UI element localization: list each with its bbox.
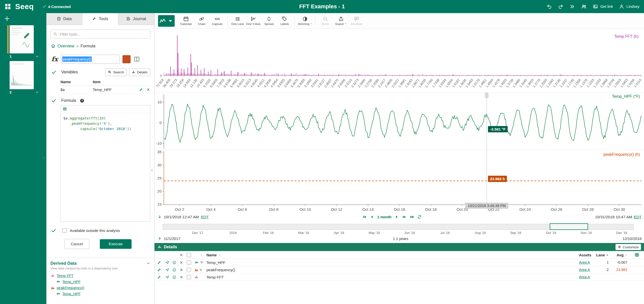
tab-tools[interactable]: Tools [82, 13, 118, 25]
get-link-button[interactable]: Get link [593, 4, 613, 9]
edit-item-icon[interactable] [157, 275, 161, 279]
derived-item-label[interactable]: Temp FFT [57, 274, 73, 278]
sort-icon[interactable] [218, 254, 221, 256]
worksheet-thumbnail-2[interactable] [10, 61, 34, 89]
step-forward-icon[interactable] [395, 215, 399, 219]
toolbar-button-labels[interactable]: Labels [277, 16, 292, 25]
remove-item-icon[interactable] [179, 275, 183, 279]
asset-link[interactable]: Area A [579, 275, 590, 279]
timeline-scrubber[interactable] [163, 224, 634, 230]
view-mode-button[interactable] [158, 15, 175, 27]
range-end[interactable]: 10/31/2018 10:47 AM EDT [595, 215, 641, 219]
connection-status[interactable]: 4 Connected [42, 4, 71, 9]
col-header-name[interactable]: Name [206, 253, 217, 257]
available-checkbox[interactable] [63, 228, 67, 233]
derived-item-label[interactable]: peakFrequency() [57, 286, 84, 290]
worksheet-thumbnail-1[interactable] [10, 25, 34, 53]
refresh-icon[interactable] [417, 215, 422, 219]
execute-button[interactable]: Execute [100, 239, 132, 249]
timeline-start[interactable]: 11/1/2017 [158, 236, 180, 241]
help-icon[interactable]: ? [80, 98, 84, 103]
row-checkbox[interactable] [187, 275, 191, 279]
filter-tools-input[interactable] [59, 32, 147, 37]
derived-data-item[interactable]: Temp_HPF [50, 291, 150, 297]
edit-item-icon[interactable] [157, 268, 161, 272]
edit-item-icon[interactable] [157, 261, 161, 264]
timeline-selection[interactable] [550, 223, 588, 230]
undo-icon[interactable] [546, 4, 552, 9]
asset-link[interactable]: Area A [579, 268, 590, 272]
toolbar-button-dimming[interactable]: Dimming [297, 16, 313, 25]
new-worksheet-button[interactable] [4, 16, 10, 22]
item-name[interactable]: peakFrequency() [206, 268, 235, 272]
toolbar-button-calendar[interactable]: Calendar [178, 16, 194, 25]
step-to-end-icon[interactable] [410, 215, 414, 219]
info-icon[interactable] [172, 275, 176, 279]
sort-icon[interactable] [625, 254, 627, 256]
info-icon[interactable] [172, 261, 176, 264]
step-back-more-icon[interactable] [362, 215, 366, 219]
worksheet-menu-chevron-icon[interactable] [35, 55, 39, 58]
trend-chart[interactable]: 072.81836.40924.27318.20414.56412.13610.… [155, 29, 644, 214]
range-start-tz[interactable]: EDT [201, 215, 209, 219]
cancel-button[interactable]: Cancel [65, 239, 89, 249]
variable-details-button[interactable]: Details [129, 68, 150, 76]
col-header-lane[interactable]: Lane [596, 253, 605, 257]
row-checkbox[interactable] [187, 260, 191, 265]
add-columns-table-icon[interactable] [635, 253, 639, 257]
item-name[interactable]: Temp FFT [206, 275, 224, 279]
apps-grid-icon[interactable] [5, 3, 11, 10]
formula-color-swatch[interactable] [122, 55, 131, 63]
remove-item-icon[interactable] [179, 261, 183, 264]
series-label-1[interactable]: Temp_HPF (°F) [612, 94, 640, 99]
range-end-tz[interactable]: EDT [634, 215, 641, 219]
breadcrumb-overview-link[interactable]: Overview [57, 44, 74, 48]
range-start[interactable]: 10/1/2018 12:47 AM EDT [158, 215, 209, 220]
series-label-0[interactable]: Temp FFT (h) [614, 34, 638, 39]
range-step-label[interactable]: 1 month [377, 215, 391, 219]
series-label-2[interactable]: peakFrequency() (h) [603, 152, 640, 157]
step-forward-more-icon[interactable] [402, 215, 407, 219]
remove-variable-icon[interactable] [146, 88, 150, 92]
home-icon[interactable] [51, 44, 55, 49]
send-item-icon[interactable] [165, 261, 169, 264]
customize-button[interactable]: Customize [616, 244, 641, 250]
info-icon[interactable] [172, 268, 176, 272]
table-row[interactable]: °FTemp_HPFArea A1-0.007 [155, 259, 644, 266]
toolbar-button-one-y-axis[interactable]: One Y-Axis [246, 16, 261, 25]
tab-journal[interactable]: Journal [118, 13, 154, 25]
collapse-chevron-icon[interactable] [146, 261, 150, 265]
collapse-tools-panel-handle[interactable] [150, 167, 154, 173]
toolbar-button-capsule[interactable]: Capsule [209, 16, 225, 25]
collaborators-icon[interactable] [581, 4, 587, 9]
send-item-icon[interactable] [165, 275, 169, 279]
toolbar-button-chain[interactable]: Chain [194, 16, 209, 25]
row-checkbox[interactable] [187, 268, 191, 272]
present-forward-icon[interactable] [570, 4, 575, 9]
item-name[interactable]: Temp_HPF [206, 260, 225, 265]
derived-item-label[interactable]: Temp_HPF [62, 280, 81, 284]
sort-icon[interactable] [200, 254, 203, 256]
formula-code[interactable]: $a.aggregate(fft(1h) .peakFrequency('h')… [61, 113, 150, 134]
toolbar-button-export[interactable]: Export [333, 16, 349, 25]
tab-data[interactable]: Data [46, 13, 82, 25]
step-back-icon[interactable] [370, 215, 374, 219]
derived-data-item[interactable]: peakFrequency() [50, 285, 150, 291]
table-row[interactable]: Temp FFTArea A [155, 273, 644, 281]
col-header-assets[interactable]: Assets [579, 253, 597, 257]
panel-columns-icon[interactable] [134, 56, 140, 62]
user-menu[interactable]: Lindsey [619, 4, 639, 9]
derived-data-item[interactable]: Temp FFT [50, 273, 150, 279]
formula-name-input[interactable]: peakFrequency() [61, 55, 119, 64]
redo-icon[interactable] [558, 4, 564, 9]
insert-table-icon[interactable] [63, 107, 67, 111]
asset-link[interactable]: Area A [579, 260, 590, 264]
remove-item-icon[interactable] [179, 268, 183, 272]
derived-item-label[interactable]: Temp_HPF [62, 292, 81, 296]
edit-variable-icon[interactable] [139, 88, 143, 92]
toolbar-button-spread[interactable]: Spread [261, 16, 277, 25]
worksheet-menu-chevron-icon[interactable] [35, 90, 39, 94]
remove-all-icon[interactable] [179, 253, 183, 257]
send-item-icon[interactable] [165, 268, 169, 272]
collapse-worksheet-panel-handle[interactable] [42, 155, 45, 161]
